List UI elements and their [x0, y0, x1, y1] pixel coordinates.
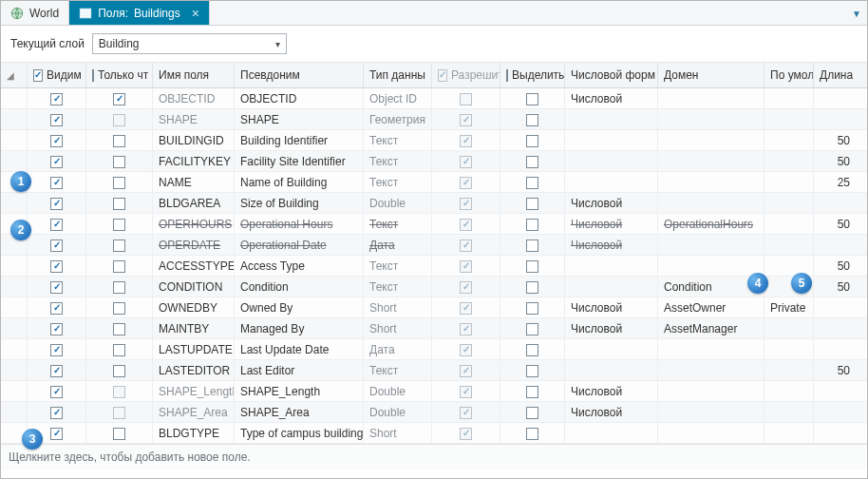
row-handle[interactable]	[1, 151, 28, 172]
cell-allownull[interactable]	[432, 339, 500, 360]
cell-readonly[interactable]	[86, 381, 153, 402]
cell-allownull[interactable]	[432, 172, 500, 193]
cell-datatype[interactable]: Геометрия	[364, 109, 432, 130]
cell-fieldname[interactable]: LASTEDITOR	[153, 360, 235, 381]
col-rowhandle[interactable]: ◢	[1, 63, 28, 87]
cell-default[interactable]	[764, 109, 814, 130]
cell-datatype[interactable]: Дата	[364, 339, 432, 360]
cell-domain[interactable]	[658, 151, 764, 172]
table-row[interactable]: SHAPESHAPEГеометрия	[1, 109, 867, 130]
cell-default[interactable]	[764, 318, 814, 339]
cell-length[interactable]	[814, 402, 856, 423]
col-highlight[interactable]: Выделить	[500, 63, 565, 87]
cell-length[interactable]: 50	[814, 360, 856, 381]
cell-alias[interactable]: SHAPE_Area	[235, 402, 364, 423]
cell-numberformat[interactable]: Числовой	[565, 318, 658, 339]
table-row[interactable]: BLDGTYPEType of campus buildingShort	[1, 423, 867, 444]
cell-length[interactable]	[814, 193, 856, 214]
cell-default[interactable]	[764, 277, 814, 297]
cell-readonly[interactable]	[86, 172, 153, 193]
cell-numberformat[interactable]: Числовой	[565, 402, 658, 423]
row-handle[interactable]	[1, 297, 28, 318]
cell-readonly[interactable]	[86, 235, 153, 256]
table-row[interactable]: CONDITIONConditionТекстCondition50	[1, 277, 867, 297]
cell-allownull[interactable]	[432, 109, 500, 130]
cell-highlight[interactable]	[500, 235, 565, 256]
cell-highlight[interactable]	[500, 297, 565, 318]
cell-allownull[interactable]	[432, 193, 500, 214]
cell-datatype[interactable]: Short	[364, 297, 432, 318]
cell-visible[interactable]	[28, 297, 86, 318]
cell-fieldname[interactable]: ACCESSTYPE	[153, 256, 235, 277]
cell-alias[interactable]: Facility Site Identifier	[235, 151, 364, 172]
cell-allownull[interactable]	[432, 402, 500, 423]
cell-fieldname[interactable]: CONDITION	[153, 277, 235, 297]
close-icon[interactable]: ×	[192, 7, 199, 20]
table-row[interactable]: ACCESSTYPEAccess TypeТекст50	[1, 256, 867, 277]
cell-alias[interactable]: Condition	[235, 277, 364, 297]
cell-highlight[interactable]	[500, 381, 565, 402]
cell-domain[interactable]	[658, 130, 764, 151]
cell-readonly[interactable]	[86, 402, 153, 423]
add-field-row[interactable]: Щелкните здесь, чтобы добавить новое пол…	[1, 444, 867, 469]
cell-fieldname[interactable]: SHAPE_Length	[153, 381, 235, 402]
cell-length[interactable]: 50	[814, 151, 856, 172]
cell-default[interactable]	[764, 402, 814, 423]
cell-domain[interactable]: Condition	[658, 277, 764, 297]
cell-visible[interactable]	[28, 318, 86, 339]
cell-visible[interactable]	[28, 214, 86, 235]
cell-domain[interactable]	[658, 339, 764, 360]
table-row[interactable]: SHAPE_AreaSHAPE_AreaDoubleЧисловой	[1, 402, 867, 423]
row-handle[interactable]	[1, 318, 28, 339]
cell-visible[interactable]	[28, 88, 86, 109]
cell-highlight[interactable]	[500, 402, 565, 423]
cell-highlight[interactable]	[500, 214, 565, 235]
cell-datatype[interactable]: Текст	[364, 172, 432, 193]
cell-domain[interactable]	[658, 423, 764, 444]
cell-fieldname[interactable]: OPERHOURS	[153, 214, 235, 235]
cell-readonly[interactable]	[86, 109, 153, 130]
cell-highlight[interactable]	[500, 256, 565, 277]
row-handle[interactable]	[1, 423, 28, 444]
cell-default[interactable]	[764, 172, 814, 193]
cell-numberformat[interactable]	[565, 360, 658, 381]
cell-highlight[interactable]	[500, 130, 565, 151]
cell-datatype[interactable]: Текст	[364, 277, 432, 297]
cell-fieldname[interactable]: BLDGTYPE	[153, 423, 235, 444]
row-handle[interactable]	[1, 339, 28, 360]
cell-domain[interactable]	[658, 402, 764, 423]
cell-length[interactable]: 50	[814, 256, 856, 277]
cell-datatype[interactable]: Текст	[364, 214, 432, 235]
cell-numberformat[interactable]: Числовой	[565, 88, 658, 109]
cell-numberformat[interactable]	[565, 109, 658, 130]
col-domain[interactable]: Домен	[658, 63, 764, 87]
cell-visible[interactable]	[28, 381, 86, 402]
cell-datatype[interactable]: Object ID	[364, 88, 432, 109]
row-handle[interactable]	[1, 130, 28, 151]
cell-visible[interactable]	[28, 130, 86, 151]
cell-readonly[interactable]	[86, 88, 153, 109]
cell-readonly[interactable]	[86, 297, 153, 318]
layer-select[interactable]: Building ▾	[92, 33, 287, 54]
cell-allownull[interactable]	[432, 151, 500, 172]
cell-default[interactable]	[764, 423, 814, 444]
table-row[interactable]: BUILDINGIDBuilding IdentifierТекст50	[1, 130, 867, 151]
cell-default[interactable]	[764, 193, 814, 214]
cell-default[interactable]	[764, 88, 814, 109]
cell-domain[interactable]	[658, 88, 764, 109]
row-handle[interactable]	[1, 277, 28, 297]
cell-readonly[interactable]	[86, 423, 153, 444]
cell-domain[interactable]	[658, 256, 764, 277]
cell-allownull[interactable]	[432, 130, 500, 151]
cell-highlight[interactable]	[500, 318, 565, 339]
col-datatype[interactable]: Тип данны	[364, 63, 432, 87]
cell-length[interactable]	[814, 318, 856, 339]
cell-length[interactable]	[814, 109, 856, 130]
cell-visible[interactable]	[28, 256, 86, 277]
cell-numberformat[interactable]: Числовой	[565, 297, 658, 318]
cell-length[interactable]: 50	[814, 214, 856, 235]
cell-length[interactable]	[814, 339, 856, 360]
cell-allownull[interactable]	[432, 214, 500, 235]
cell-datatype[interactable]: Double	[364, 381, 432, 402]
tab-world[interactable]: World	[1, 1, 69, 25]
